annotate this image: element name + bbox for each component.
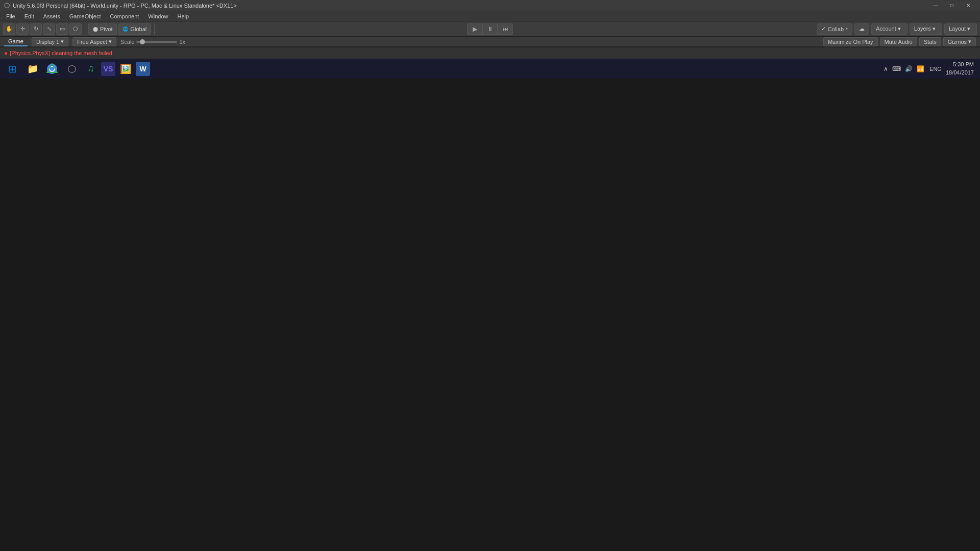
pause-button[interactable]: ⏸ bbox=[482, 23, 498, 35]
menu-help[interactable]: Help bbox=[173, 12, 193, 20]
cloud-button[interactable]: ☁ bbox=[854, 23, 869, 35]
error-text: [Physics.PhysX] cleaning the mesh failed bbox=[10, 50, 112, 56]
play-button[interactable]: ▶ bbox=[467, 23, 482, 35]
gizmos-label: Gizmos bbox=[948, 39, 967, 45]
taskbar-chrome-icon[interactable] bbox=[43, 60, 61, 78]
display-arrow-icon: ▾ bbox=[61, 38, 64, 45]
gizmos-arrow-icon: ▾ bbox=[968, 38, 971, 45]
hand-tool-button[interactable]: ✋ bbox=[3, 23, 15, 35]
toolbar: ✋ ✛ ↻ ⤡ ▭ ⬡ ⬤ Pivot 🌐 Global ▶ ⏸ ⏭ ✓ Col… bbox=[0, 21, 980, 37]
pivot-button[interactable]: ⬤ Pivot bbox=[88, 23, 117, 35]
global-icon: 🌐 bbox=[122, 27, 128, 32]
pivot-icon: ⬤ bbox=[93, 27, 98, 32]
error-icon: ● bbox=[4, 49, 8, 57]
mute-audio-label: Mute Audio bbox=[885, 39, 913, 45]
gizmos-button[interactable]: Gizmos ▾ bbox=[943, 37, 976, 46]
menu-window[interactable]: Window bbox=[144, 12, 172, 20]
scale-slider[interactable] bbox=[136, 41, 177, 43]
scale-tool-button[interactable]: ⤡ bbox=[43, 23, 55, 35]
clock-time: 5:30 PM bbox=[946, 61, 974, 68]
title-bar: ⬡ Unity 5.6.0f3 Personal (64bit) - World… bbox=[0, 0, 980, 11]
game-tab[interactable]: Game bbox=[4, 37, 28, 46]
minimize-button[interactable]: — bbox=[928, 1, 943, 11]
maximize-button[interactable]: □ bbox=[944, 1, 960, 11]
start-button[interactable]: ⊞ bbox=[2, 60, 22, 78]
svg-point-2 bbox=[50, 67, 54, 71]
play-controls: ▶ ⏸ ⏭ bbox=[467, 23, 513, 35]
menu-component[interactable]: Component bbox=[106, 12, 143, 20]
check-icon: ✓ bbox=[821, 26, 826, 32]
keyboard-icon[interactable]: ⌨ bbox=[891, 64, 902, 73]
global-label: Global bbox=[130, 26, 146, 32]
menu-assets[interactable]: Assets bbox=[39, 12, 64, 20]
window-controls: — □ ✕ bbox=[928, 1, 976, 11]
title-text: ⬡ Unity 5.6.0f3 Personal (64bit) - World… bbox=[4, 2, 237, 9]
mute-audio-button[interactable]: Mute Audio bbox=[880, 37, 917, 46]
close-button[interactable]: ✕ bbox=[961, 1, 976, 11]
rect-tool-button[interactable]: ▭ bbox=[56, 23, 68, 35]
menu-edit[interactable]: Edit bbox=[20, 12, 38, 20]
right-toolbar: ✓ Collab ▾ ☁ Account ▾ Layers ▾ Layout ▾ bbox=[817, 23, 977, 35]
layers-button[interactable]: Layers ▾ bbox=[910, 23, 942, 35]
maximize-play-label: Maximize On Play bbox=[828, 39, 873, 45]
transform-tools: ✋ ✛ ↻ ⤡ ▭ ⬡ bbox=[3, 23, 85, 35]
network-icon[interactable]: 📶 bbox=[916, 64, 925, 73]
maximize-play-button[interactable]: Maximize On Play bbox=[823, 37, 878, 46]
start-icon: ⊞ bbox=[8, 63, 17, 75]
taskbar-spotify-icon[interactable]: ♫ bbox=[82, 60, 100, 78]
unity-logo-icon: ⬡ bbox=[4, 2, 10, 9]
volume-icon[interactable]: 🔊 bbox=[904, 64, 914, 73]
aspect-button[interactable]: Free Aspect ▾ bbox=[72, 37, 116, 46]
display-button[interactable]: Display 1 ▾ bbox=[32, 37, 68, 46]
taskbar-explorer-icon[interactable]: 📁 bbox=[23, 60, 42, 78]
scale-label: Scale bbox=[120, 39, 135, 45]
stats-button[interactable]: Stats bbox=[919, 37, 941, 46]
language-indicator: ENG bbox=[929, 66, 942, 72]
collab-button[interactable]: ✓ Collab ▾ bbox=[817, 23, 852, 35]
status-bar: ● [Physics.PhysX] cleaning the mesh fail… bbox=[0, 47, 980, 58]
clock-date: 18/04/2017 bbox=[946, 69, 974, 77]
scale-control: Scale 1x bbox=[120, 39, 185, 45]
menu-bar: File Edit Assets GameObject Component Wi… bbox=[0, 11, 980, 21]
aspect-arrow-icon: ▾ bbox=[109, 38, 112, 45]
layers-label: Layers ▾ bbox=[914, 26, 936, 32]
move-tool-button[interactable]: ✛ bbox=[16, 23, 29, 35]
display-label: Display 1 bbox=[36, 39, 59, 45]
stats-label: Stats bbox=[924, 39, 937, 45]
system-tray: ∧ ⌨ 🔊 📶 bbox=[883, 64, 925, 73]
global-button[interactable]: 🌐 Global bbox=[118, 23, 151, 35]
cloud-icon: ☁ bbox=[859, 26, 865, 32]
layout-label: Layout ▾ bbox=[949, 26, 970, 32]
taskbar-word-icon[interactable]: W bbox=[136, 62, 150, 76]
menu-file[interactable]: File bbox=[2, 12, 19, 20]
taskbar: ⊞ 📁 ⬡ ♫ VS 🖼️ W ∧ ⌨ 🔊 📶 ENG 5:30 PM 18/0… bbox=[0, 58, 980, 79]
pivot-global-group: ⬤ Pivot 🌐 Global bbox=[88, 23, 155, 35]
scale-value: 1x bbox=[179, 39, 185, 45]
custom-tool-button[interactable]: ⬡ bbox=[69, 23, 82, 35]
taskbar-vs-icon[interactable]: VS bbox=[101, 62, 115, 76]
notification-icon[interactable]: ∧ bbox=[883, 64, 889, 73]
game-bar: Game Display 1 ▾ Free Aspect ▾ Scale 1x … bbox=[0, 37, 980, 47]
aspect-label: Free Aspect bbox=[77, 39, 107, 45]
account-label: Account ▾ bbox=[876, 26, 901, 32]
error-message: ● [Physics.PhysX] cleaning the mesh fail… bbox=[4, 49, 112, 57]
layout-button[interactable]: Layout ▾ bbox=[944, 23, 977, 35]
step-button[interactable]: ⏭ bbox=[498, 23, 513, 35]
game-right-controls: Maximize On Play Mute Audio Stats Gizmos… bbox=[823, 37, 976, 46]
taskbar-photos-icon[interactable]: 🖼️ bbox=[116, 60, 135, 78]
menu-gameobject[interactable]: GameObject bbox=[65, 12, 105, 20]
taskbar-right: ∧ ⌨ 🔊 📶 ENG 5:30 PM 18/04/2017 bbox=[883, 61, 978, 77]
taskbar-unity-icon[interactable]: ⬡ bbox=[62, 60, 81, 78]
window-title: Unity 5.6.0f3 Personal (64bit) - World.u… bbox=[13, 3, 237, 9]
pivot-label: Pivot bbox=[100, 26, 112, 32]
clock[interactable]: 5:30 PM 18/04/2017 bbox=[946, 61, 974, 77]
account-button[interactable]: Account ▾ bbox=[871, 23, 908, 35]
rotate-tool-button[interactable]: ↻ bbox=[30, 23, 42, 35]
collab-arrow-icon: ▾ bbox=[846, 27, 848, 31]
collab-label: Collab bbox=[828, 26, 844, 32]
